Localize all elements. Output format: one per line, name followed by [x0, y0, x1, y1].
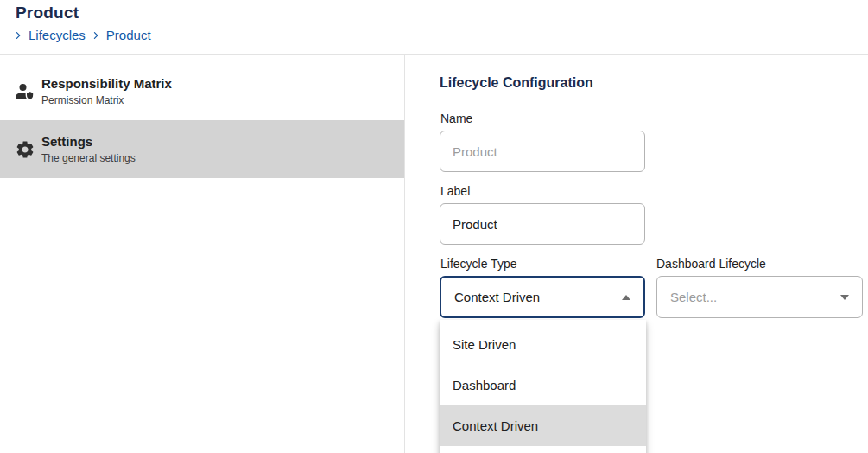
caret-up-icon: [622, 295, 630, 300]
sidebar-item-responsibility-matrix[interactable]: Responsibility Matrix Permission Matrix: [0, 62, 404, 120]
page: Product Lifecycles Product Responsibilit…: [0, 0, 868, 453]
sidebar-item-subtitle: Permission Matrix: [41, 94, 172, 106]
name-input[interactable]: [440, 131, 645, 172]
breadcrumb: Lifecycles Product: [12, 28, 151, 42]
dashboard-lifecycle-label: Dashboard Lifecycle: [656, 257, 766, 271]
sidebar-item-title: Responsibility Matrix: [41, 76, 172, 91]
menu-option-context-driven[interactable]: Context Driven: [440, 405, 646, 446]
section-heading: Lifecycle Configuration: [440, 75, 593, 91]
dashboard-lifecycle-placeholder: Select...: [670, 290, 717, 304]
panel-divider: [404, 55, 405, 453]
sidebar-item-subtitle: The general settings: [41, 152, 136, 164]
breadcrumb-link-lifecycles[interactable]: Lifecycles: [29, 28, 86, 42]
breadcrumb-link-product[interactable]: Product: [106, 28, 151, 42]
sidebar-item-settings[interactable]: Settings The general settings: [0, 120, 404, 178]
sidebar: Responsibility Matrix Permission Matrix …: [0, 55, 404, 453]
name-label: Name: [440, 112, 472, 125]
lifecycle-type-menu: Site Driven Dashboard Context Driven: [440, 320, 646, 453]
label-label: Label: [440, 184, 470, 198]
lifecycle-type-value: Context Driven: [454, 290, 540, 304]
sidebar-item-text: Responsibility Matrix Permission Matrix: [41, 76, 172, 106]
sidebar-item-title: Settings: [41, 134, 136, 149]
person-shield-icon: [15, 81, 35, 102]
gear-icon: [15, 139, 35, 160]
label-input[interactable]: [440, 203, 645, 245]
menu-option-dashboard[interactable]: Dashboard: [440, 365, 646, 405]
caret-down-icon: [840, 295, 849, 300]
page-title: Product: [16, 3, 79, 22]
menu-option-site-driven[interactable]: Site Driven: [440, 324, 646, 365]
lifecycle-type-select[interactable]: Context Driven: [440, 276, 645, 318]
chevron-right-icon: [12, 29, 24, 41]
sidebar-item-text: Settings The general settings: [41, 134, 136, 164]
dashboard-lifecycle-select[interactable]: Select...: [656, 276, 863, 318]
lifecycle-type-label: Lifecycle Type: [440, 257, 516, 271]
chevron-right-icon: [90, 29, 102, 41]
